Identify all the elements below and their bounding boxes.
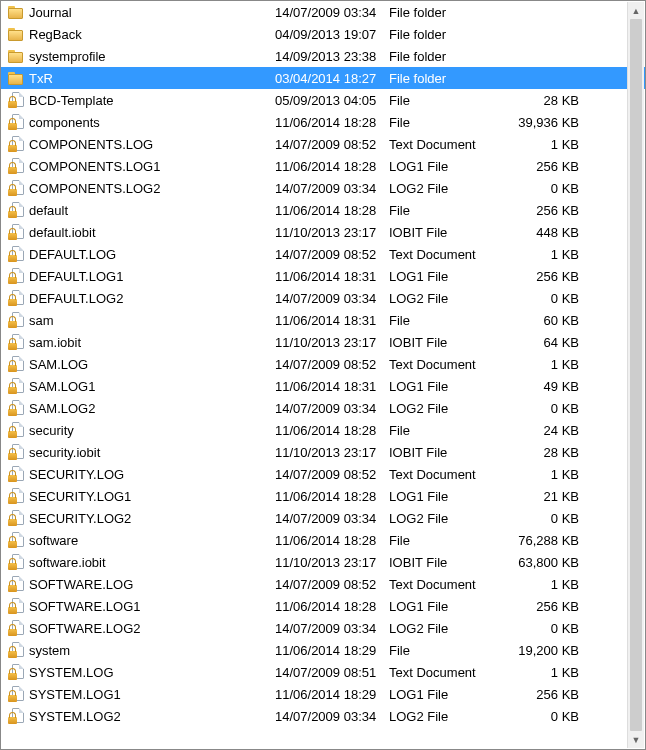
file-name: DEFAULT.LOG2 — [27, 291, 275, 306]
date-modified: 11/06/2014 18:28 — [275, 489, 389, 504]
file-size: 28 KB — [503, 445, 585, 460]
file-row[interactable]: SOFTWARE.LOG14/07/2009 08:52Text Documen… — [1, 573, 645, 595]
file-row[interactable]: COMPONENTS.LOG111/06/2014 18:28LOG1 File… — [1, 155, 645, 177]
file-type: File — [389, 423, 503, 438]
file-row[interactable]: SECURITY.LOG111/06/2014 18:28LOG1 File21… — [1, 485, 645, 507]
file-type: File folder — [389, 27, 503, 42]
file-type: LOG2 File — [389, 511, 503, 526]
locked-file-icon — [8, 422, 24, 438]
file-row[interactable]: sam11/06/2014 18:31File60 KB — [1, 309, 645, 331]
file-row[interactable]: BCD-Template05/09/2013 04:05File28 KB — [1, 89, 645, 111]
file-size: 28 KB — [503, 93, 585, 108]
row-icon-cell — [5, 400, 27, 416]
file-row[interactable]: default.iobit11/10/2013 23:17IOBIT File4… — [1, 221, 645, 243]
file-name: SOFTWARE.LOG — [27, 577, 275, 592]
row-icon-cell — [5, 422, 27, 438]
file-row[interactable]: SOFTWARE.LOG214/07/2009 03:34LOG2 File0 … — [1, 617, 645, 639]
file-type: File folder — [389, 71, 503, 86]
locked-file-icon — [8, 708, 24, 724]
file-row[interactable]: Journal14/07/2009 03:34File folder — [1, 1, 645, 23]
file-row[interactable]: SYSTEM.LOG111/06/2014 18:29LOG1 File256 … — [1, 683, 645, 705]
file-row[interactable]: SAM.LOG111/06/2014 18:31LOG1 File49 KB — [1, 375, 645, 397]
file-type: LOG2 File — [389, 621, 503, 636]
date-modified: 11/10/2013 23:17 — [275, 225, 389, 240]
file-size: 0 KB — [503, 401, 585, 416]
file-list[interactable]: Journal14/07/2009 03:34File folderRegBac… — [1, 1, 645, 727]
locked-file-icon — [8, 180, 24, 196]
file-type: File — [389, 643, 503, 658]
date-modified: 04/09/2013 19:07 — [275, 27, 389, 42]
file-row[interactable]: systemprofile14/09/2013 23:38File folder — [1, 45, 645, 67]
file-type: File — [389, 533, 503, 548]
file-size: 256 KB — [503, 687, 585, 702]
row-icon-cell — [5, 554, 27, 570]
file-row[interactable]: SAM.LOG214/07/2009 03:34LOG2 File0 KB — [1, 397, 645, 419]
locked-file-icon — [8, 356, 24, 372]
file-row[interactable]: TxR03/04/2014 18:27File folder — [1, 67, 645, 89]
scroll-down-button[interactable]: ▼ — [628, 731, 644, 748]
file-size: 76,288 KB — [503, 533, 585, 548]
file-row[interactable]: sam.iobit11/10/2013 23:17IOBIT File64 KB — [1, 331, 645, 353]
file-size: 1 KB — [503, 357, 585, 372]
scroll-thumb[interactable] — [630, 19, 642, 731]
row-icon-cell — [5, 334, 27, 350]
file-row[interactable]: COMPONENTS.LOG214/07/2009 03:34LOG2 File… — [1, 177, 645, 199]
file-row[interactable]: security.iobit11/10/2013 23:17IOBIT File… — [1, 441, 645, 463]
vertical-scrollbar[interactable]: ▲ ▼ — [627, 2, 644, 748]
file-size: 39,936 KB — [503, 115, 585, 130]
file-name: COMPONENTS.LOG2 — [27, 181, 275, 196]
file-row[interactable]: SECURITY.LOG214/07/2009 03:34LOG2 File0 … — [1, 507, 645, 529]
row-icon-cell — [5, 158, 27, 174]
locked-file-icon — [8, 400, 24, 416]
file-row[interactable]: software11/06/2014 18:28File76,288 KB — [1, 529, 645, 551]
date-modified: 11/10/2013 23:17 — [275, 335, 389, 350]
file-row[interactable]: SECURITY.LOG14/07/2009 08:52Text Documen… — [1, 463, 645, 485]
file-type: IOBIT File — [389, 555, 503, 570]
file-row[interactable]: components11/06/2014 18:28File39,936 KB — [1, 111, 645, 133]
file-row[interactable]: software.iobit11/10/2013 23:17IOBIT File… — [1, 551, 645, 573]
file-row[interactable]: system11/06/2014 18:29File19,200 KB — [1, 639, 645, 661]
file-row[interactable]: SAM.LOG14/07/2009 08:52Text Document1 KB — [1, 353, 645, 375]
date-modified: 11/06/2014 18:31 — [275, 269, 389, 284]
file-row[interactable]: DEFAULT.LOG14/07/2009 08:52Text Document… — [1, 243, 645, 265]
locked-file-icon — [8, 532, 24, 548]
file-size: 1 KB — [503, 137, 585, 152]
file-row[interactable]: default11/06/2014 18:28File256 KB — [1, 199, 645, 221]
locked-file-icon — [8, 576, 24, 592]
file-name: DEFAULT.LOG — [27, 247, 275, 262]
locked-file-icon — [8, 642, 24, 658]
file-name: system — [27, 643, 275, 658]
file-name: components — [27, 115, 275, 130]
file-row[interactable]: SOFTWARE.LOG111/06/2014 18:28LOG1 File25… — [1, 595, 645, 617]
file-name: RegBack — [27, 27, 275, 42]
row-icon-cell — [5, 114, 27, 130]
file-name: COMPONENTS.LOG — [27, 137, 275, 152]
file-row[interactable]: security11/06/2014 18:28File24 KB — [1, 419, 645, 441]
file-size: 24 KB — [503, 423, 585, 438]
row-icon-cell — [5, 268, 27, 284]
row-icon-cell — [5, 444, 27, 460]
row-icon-cell — [5, 6, 27, 19]
file-row[interactable]: SYSTEM.LOG14/07/2009 08:51Text Document1… — [1, 661, 645, 683]
locked-file-icon — [8, 686, 24, 702]
file-type: IOBIT File — [389, 225, 503, 240]
file-row[interactable]: RegBack04/09/2013 19:07File folder — [1, 23, 645, 45]
scroll-track[interactable] — [628, 19, 644, 731]
row-icon-cell — [5, 378, 27, 394]
row-icon-cell — [5, 708, 27, 724]
scroll-up-button[interactable]: ▲ — [628, 2, 644, 19]
file-name: SOFTWARE.LOG2 — [27, 621, 275, 636]
row-icon-cell — [5, 290, 27, 306]
file-name: SECURITY.LOG — [27, 467, 275, 482]
date-modified: 14/07/2009 03:34 — [275, 181, 389, 196]
row-icon-cell — [5, 246, 27, 262]
file-row[interactable]: COMPONENTS.LOG14/07/2009 08:52Text Docum… — [1, 133, 645, 155]
file-size: 256 KB — [503, 599, 585, 614]
locked-file-icon — [8, 554, 24, 570]
file-row[interactable]: DEFAULT.LOG111/06/2014 18:31LOG1 File256… — [1, 265, 645, 287]
file-size: 256 KB — [503, 203, 585, 218]
locked-file-icon — [8, 510, 24, 526]
file-row[interactable]: SYSTEM.LOG214/07/2009 03:34LOG2 File0 KB — [1, 705, 645, 727]
file-type: IOBIT File — [389, 335, 503, 350]
file-row[interactable]: DEFAULT.LOG214/07/2009 03:34LOG2 File0 K… — [1, 287, 645, 309]
